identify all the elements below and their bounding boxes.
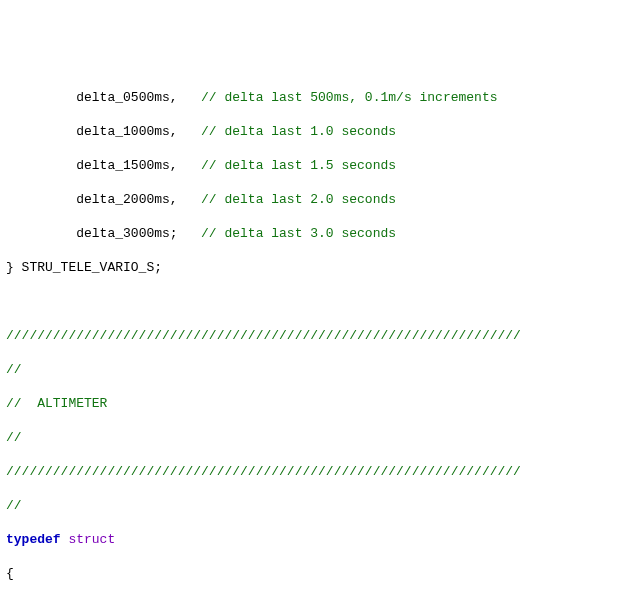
separator-line: // [2, 429, 628, 446]
code-block: delta_0500ms, // delta last 500ms, 0.1m/… [0, 68, 630, 600]
section-title: // ALTIMETER [2, 395, 628, 412]
code-line: delta_1500ms, // delta last 1.5 seconds [2, 157, 628, 174]
code-line: typedef struct [2, 531, 628, 548]
separator-line: // [2, 497, 628, 514]
code-line: delta_2000ms, // delta last 2.0 seconds [2, 191, 628, 208]
code-line: { [2, 565, 628, 582]
code-line: delta_1000ms, // delta last 1.0 seconds [2, 123, 628, 140]
code-line: } STRU_TELE_VARIO_S; [2, 259, 628, 276]
separator-line: ////////////////////////////////////////… [2, 463, 628, 480]
separator-line: // [2, 361, 628, 378]
code-line: delta_0500ms, // delta last 500ms, 0.1m/… [2, 89, 628, 106]
blank-line [2, 293, 628, 310]
code-line: delta_3000ms; // delta last 3.0 seconds [2, 225, 628, 242]
separator-line: ////////////////////////////////////////… [2, 327, 628, 344]
